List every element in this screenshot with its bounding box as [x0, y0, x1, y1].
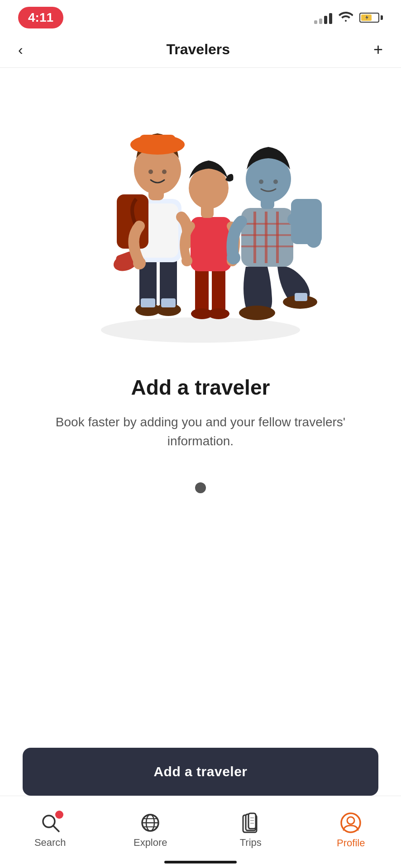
svg-point-26 — [181, 255, 192, 266]
svg-point-17 — [162, 170, 167, 174]
home-indicator — [164, 861, 237, 863]
svg-point-0 — [101, 317, 300, 343]
search-icon-wrap — [40, 812, 61, 833]
status-icons — [314, 10, 383, 26]
svg-point-61 — [347, 817, 354, 824]
page-title: Travelers — [167, 41, 230, 58]
text-section: Add a traveler Book faster by adding you… — [9, 375, 392, 451]
profile-icon-wrap — [340, 812, 362, 834]
battery-icon — [359, 13, 383, 23]
profile-icon — [340, 812, 362, 834]
svg-point-25 — [189, 167, 229, 209]
add-traveler-button[interactable]: Add a traveler — [23, 748, 378, 796]
pagination-dot — [195, 482, 206, 493]
cta-section: Add a traveler — [0, 748, 401, 796]
nav-item-explore[interactable]: Explore — [123, 812, 177, 849]
pagination-dots — [192, 482, 209, 493]
svg-rect-46 — [310, 233, 317, 242]
svg-line-48 — [53, 826, 59, 831]
svg-rect-23 — [191, 217, 231, 271]
trips-icon — [240, 812, 261, 833]
globe-icon — [140, 812, 161, 833]
svg-rect-20 — [212, 267, 225, 312]
svg-rect-5 — [141, 298, 155, 307]
explore-icon-wrap — [140, 812, 161, 833]
sub-text: Book faster by adding you and your fello… — [36, 413, 365, 451]
svg-point-40 — [227, 251, 240, 264]
nav-header: ‹ Travelers + — [0, 32, 401, 68]
main-heading: Add a traveler — [36, 375, 365, 400]
svg-point-22 — [208, 308, 229, 319]
explore-label: Explore — [134, 837, 167, 849]
wifi-icon — [339, 10, 353, 26]
illustration-container — [9, 99, 392, 353]
svg-rect-6 — [161, 298, 176, 307]
status-bar: 4:11 — [0, 0, 401, 32]
svg-rect-39 — [295, 293, 307, 301]
search-badge — [55, 811, 63, 819]
main-content: Add a traveler Book faster by adding you… — [0, 68, 401, 520]
bottom-nav: Search Explore Trips — [0, 796, 401, 868]
travelers-illustration — [69, 99, 332, 353]
signal-icon — [314, 11, 332, 24]
profile-label: Profile — [337, 837, 365, 849]
back-button[interactable]: ‹ — [18, 42, 23, 57]
svg-rect-15 — [139, 135, 176, 147]
nav-item-trips[interactable]: Trips — [224, 812, 278, 849]
svg-point-43 — [259, 179, 263, 184]
add-button[interactable]: + — [373, 42, 383, 58]
nav-item-search[interactable]: Search — [23, 812, 77, 849]
search-label: Search — [34, 837, 66, 849]
trips-label: Trips — [240, 837, 262, 849]
time-display: 4:11 — [18, 7, 63, 28]
svg-point-37 — [239, 306, 275, 320]
trips-icon-wrap — [240, 812, 261, 833]
nav-item-profile[interactable]: Profile — [324, 812, 378, 849]
svg-point-18 — [133, 257, 146, 269]
svg-point-16 — [148, 170, 153, 174]
svg-point-44 — [273, 179, 278, 184]
svg-rect-19 — [195, 267, 209, 312]
